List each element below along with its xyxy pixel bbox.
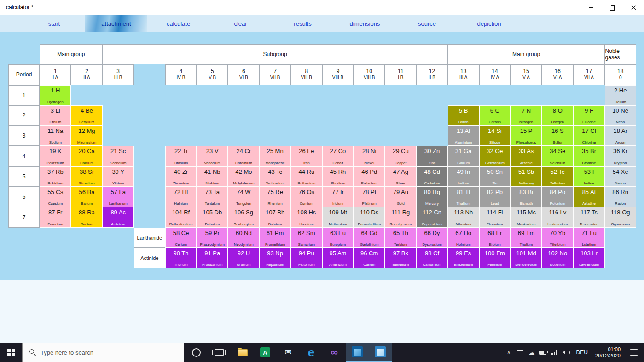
tab-source[interactable]: source (396, 15, 458, 32)
onedrive-icon[interactable]: ☁ (526, 343, 538, 362)
element-ts[interactable]: 117 TsTennessine (573, 207, 604, 227)
element-at[interactable]: 85 AtAstatine (573, 187, 604, 207)
element-ca[interactable]: 20 CaCalcium (71, 146, 102, 166)
element-bh[interactable]: 107 BhBohrium (260, 207, 291, 227)
tab-attachment[interactable]: attachment (85, 15, 147, 32)
element-sg[interactable]: 106 SgSeaborgium (228, 207, 259, 227)
edge-icon[interactable]: e (300, 343, 323, 362)
tab-depiction[interactable]: depiction (458, 15, 520, 32)
taskbar-clock[interactable]: 01:00 29/12/2020 (592, 346, 624, 359)
element-fm[interactable]: 100 FmFermium (479, 248, 511, 268)
element-hs[interactable]: 108 HsHassium (291, 207, 322, 227)
start-button[interactable] (0, 343, 22, 362)
element-er[interactable]: 68 ErErbium (479, 228, 511, 248)
element-w[interactable]: 74 WTungsten (228, 187, 259, 207)
element-ce[interactable]: 58 CeCerium (165, 228, 197, 248)
element-ni[interactable]: 28 NiNickel (354, 146, 385, 166)
element-as[interactable]: 33 AsArsenic (511, 146, 542, 166)
element-db[interactable]: 105 DbDubnium (197, 207, 228, 227)
element-ga[interactable]: 31 GaGallium (448, 146, 479, 166)
element-zn[interactable]: 30 ZnZinc (416, 146, 447, 166)
taskview-icon[interactable] (208, 343, 231, 362)
taskbar-search[interactable] (22, 343, 184, 362)
element-mg[interactable]: 12 MgMagnesium (71, 126, 102, 146)
element-gd[interactable]: 64 GdGadolinium (354, 228, 385, 248)
element-lr[interactable]: 103 LrLawrencium (573, 248, 604, 268)
element-co[interactable]: 27 CoCobalt (322, 146, 354, 166)
close-button[interactable] (623, 0, 644, 15)
element-cf[interactable]: 98 CfCalifornium (416, 248, 447, 268)
battery-icon[interactable] (538, 343, 549, 362)
volume-icon[interactable] (561, 343, 572, 362)
element-ru[interactable]: 44 RuRuthenium (291, 167, 322, 187)
element-ir[interactable]: 77 IrIridium (322, 187, 354, 207)
element-li[interactable]: 3 LiLithium (40, 105, 71, 126)
element-mt[interactable]: 109 MtMeitnerium (322, 207, 354, 227)
element-ge[interactable]: 32 GeGermanium (479, 146, 511, 166)
element-th[interactable]: 90 ThThorium (165, 248, 197, 268)
element-eu[interactable]: 63 EuEuropium (322, 228, 354, 248)
element-br[interactable]: 35 BrBromine (573, 146, 604, 166)
element-au[interactable]: 79 AuGold (385, 187, 416, 207)
element-cr[interactable]: 24 CrChromium (228, 146, 259, 166)
element-np[interactable]: 93 NpNeptunium (260, 248, 291, 268)
element-ag[interactable]: 47 AgSilver (385, 167, 416, 187)
language-indicator[interactable]: DEU (572, 349, 592, 356)
action-center-icon[interactable] (624, 343, 644, 362)
element-u[interactable]: 92 UUranium (228, 248, 259, 268)
element-p[interactable]: 15 PPhosphorus (511, 126, 542, 146)
element-hg[interactable]: 80 HgMercury (416, 187, 447, 207)
element-ds[interactable]: 110 DsDarmstadtium (354, 207, 385, 227)
element-tm[interactable]: 69 TmThulium (511, 228, 542, 248)
element-pd[interactable]: 46 PdPalladium (354, 167, 385, 187)
element-rg[interactable]: 111 RgRoentgenium (385, 207, 416, 227)
element-md[interactable]: 101 MdMendelevium (511, 248, 542, 268)
element-hf[interactable]: 72 HfHafnium (165, 187, 197, 207)
element-re[interactable]: 75 ReRhenium (260, 187, 291, 207)
element-sc[interactable]: 21 ScScandium (103, 146, 134, 166)
element-yb[interactable]: 70 YbYtterbium (542, 228, 573, 248)
element-si[interactable]: 14 SiSilicon (479, 126, 511, 146)
element-fr[interactable]: 87 FrFrancium (40, 207, 71, 227)
element-al[interactable]: 13 AlAluminium (448, 126, 479, 146)
element-ti[interactable]: 22 TiTitanium (165, 146, 197, 166)
element-i[interactable]: 53 IIodine (573, 167, 604, 187)
element-sn[interactable]: 50 SnTin (479, 167, 511, 187)
element-og[interactable]: 118 OgOganesson (605, 207, 636, 227)
explorer-icon[interactable] (231, 343, 254, 362)
element-sm[interactable]: 62 SmSamarium (291, 228, 322, 248)
element-es[interactable]: 99 EsEinsteinium (448, 248, 479, 268)
element-na[interactable]: 11 NaSodium (40, 126, 71, 146)
element-mo[interactable]: 42 MoMolybdenum (228, 167, 259, 187)
element-la[interactable]: 57 LaLanthanum (103, 187, 134, 207)
app-window-1-icon[interactable] (346, 343, 369, 362)
element-fe[interactable]: 26 FeIron (291, 146, 322, 166)
mail-icon[interactable]: ✉ (277, 343, 300, 362)
tab-results[interactable]: results (272, 15, 334, 32)
minimize-button[interactable] (580, 0, 602, 15)
element-ar[interactable]: 18 ArArgon (605, 126, 636, 146)
element-rh[interactable]: 45 RhRhodium (322, 167, 354, 187)
element-kr[interactable]: 36 KrKrypton (605, 146, 636, 166)
element-pt[interactable]: 78 PtPlatinum (354, 187, 385, 207)
element-zr[interactable]: 40 ZrZirconium (165, 167, 197, 187)
element-ra[interactable]: 88 RaRadium (71, 207, 102, 227)
element-cu[interactable]: 29 CuCopper (385, 146, 416, 166)
element-f[interactable]: 9 FFluorine (573, 105, 604, 126)
element-k[interactable]: 19 KPotassium (40, 146, 71, 166)
tab-start[interactable]: start (23, 15, 85, 32)
element-cn[interactable]: 112 CnCopernicium (416, 207, 447, 227)
element-n[interactable]: 7 NNitrogen (511, 105, 542, 126)
search-input[interactable] (41, 349, 184, 356)
app-window-2-icon[interactable] (369, 343, 392, 362)
tab-clear[interactable]: clear (209, 15, 272, 32)
element-po[interactable]: 84 PoPolonium (542, 187, 573, 207)
element-lu[interactable]: 71 LuLutetium (573, 228, 604, 248)
element-ba[interactable]: 56 BaBarium (71, 187, 102, 207)
element-nb[interactable]: 41 NbNiobium (197, 167, 228, 187)
element-xe[interactable]: 54 XeXenon (605, 167, 636, 187)
element-cl[interactable]: 17 ClChlorine (573, 126, 604, 146)
element-he[interactable]: 2 HeHelium (605, 85, 636, 105)
element-tb[interactable]: 65 TbTerbium (385, 228, 416, 248)
element-cm[interactable]: 96 CmCurium (354, 248, 385, 268)
